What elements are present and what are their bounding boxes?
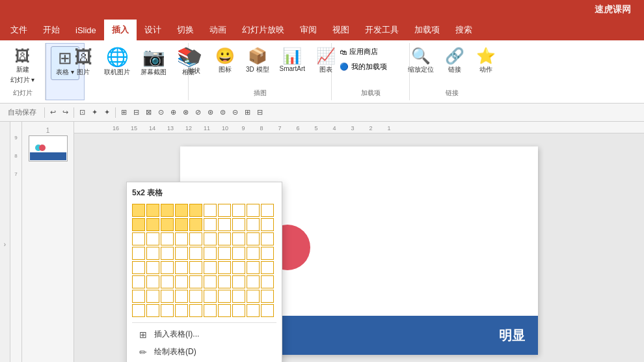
- table-cell-7-8[interactable]: [247, 304, 260, 317]
- table-cell-3-2[interactable]: [161, 247, 174, 260]
- table-cell-0-3[interactable]: [175, 204, 188, 217]
- table-cell-6-0[interactable]: [132, 290, 145, 303]
- online-image-button[interactable]: 🌐 联机图片: [100, 46, 134, 79]
- tab-file[interactable]: 文件: [3, 20, 35, 40]
- table-cell-4-9[interactable]: [261, 261, 274, 274]
- table-cell-1-7[interactable]: [232, 218, 245, 231]
- table-cell-5-7[interactable]: [232, 275, 245, 288]
- table-cell-0-1[interactable]: [146, 204, 159, 217]
- table-cell-6-3[interactable]: [175, 290, 188, 303]
- table-cell-7-1[interactable]: [146, 304, 159, 317]
- table-cell-0-4[interactable]: [189, 204, 202, 217]
- table-cell-6-5[interactable]: [204, 290, 217, 303]
- table-cell-4-5[interactable]: [204, 261, 217, 274]
- link-button[interactable]: 🔗 链接: [440, 46, 469, 77]
- table-cell-7-5[interactable]: [204, 304, 217, 317]
- zoom-button[interactable]: 🔍 缩放定位: [404, 46, 438, 77]
- app-store-button[interactable]: 🛍 应用商店: [337, 46, 404, 58]
- image-button[interactable]: 🖼 图片: [69, 46, 98, 79]
- table-cell-6-9[interactable]: [261, 290, 274, 303]
- table-cell-4-0[interactable]: [132, 261, 145, 274]
- table-cell-2-4[interactable]: [189, 232, 202, 245]
- tab-insert[interactable]: 插入: [104, 20, 137, 40]
- table-cell-7-7[interactable]: [232, 304, 245, 317]
- tab-slideshow[interactable]: 幻灯片放映: [234, 20, 292, 40]
- table-cell-6-7[interactable]: [232, 290, 245, 303]
- table-cell-0-6[interactable]: [218, 204, 231, 217]
- table-cell-0-0[interactable]: [132, 204, 145, 217]
- table-cell-5-3[interactable]: [175, 275, 188, 288]
- table-cell-2-0[interactable]: [132, 232, 145, 245]
- qt-btn15[interactable]: ⊟: [254, 107, 265, 118]
- table-cell-1-3[interactable]: [175, 218, 188, 231]
- table-cell-3-9[interactable]: [261, 247, 274, 260]
- qt-btn8[interactable]: ⊕: [168, 107, 179, 118]
- my-addins-button[interactable]: 🔵 我的加载项: [337, 61, 404, 73]
- table-cell-5-8[interactable]: [247, 275, 260, 288]
- table-cell-7-9[interactable]: [261, 304, 274, 317]
- 3d-model-button[interactable]: 📦 3D 模型: [242, 46, 273, 77]
- draw-table-menu-item[interactable]: ✏ 绘制表格(D): [132, 343, 276, 361]
- new-slide-button[interactable]: 🖼 新建 幻灯片 ▾: [7, 46, 39, 87]
- table-cell-7-3[interactable]: [175, 304, 188, 317]
- qt-btn11[interactable]: ⊛: [205, 107, 216, 118]
- table-cell-2-6[interactable]: [218, 232, 231, 245]
- table-cell-3-8[interactable]: [247, 247, 260, 260]
- tab-transition[interactable]: 切换: [169, 20, 202, 40]
- table-cell-4-1[interactable]: [146, 261, 159, 274]
- undo-button[interactable]: ↩: [47, 107, 59, 118]
- table-cell-4-8[interactable]: [247, 261, 260, 274]
- table-cell-2-8[interactable]: [247, 232, 260, 245]
- table-cell-7-4[interactable]: [189, 304, 202, 317]
- table-cell-6-4[interactable]: [189, 290, 202, 303]
- table-cell-0-7[interactable]: [232, 204, 245, 217]
- table-cell-3-3[interactable]: [175, 247, 188, 260]
- qt-btn4[interactable]: ⊞: [118, 107, 129, 118]
- insert-table-menu-item[interactable]: ⊞ 插入表格(I)...: [132, 326, 276, 343]
- tab-design[interactable]: 设计: [137, 20, 169, 40]
- tab-addins[interactable]: 加载项: [407, 20, 448, 40]
- table-cell-0-9[interactable]: [261, 204, 274, 217]
- tab-devtools[interactable]: 开发工具: [357, 20, 407, 40]
- table-cell-4-3[interactable]: [175, 261, 188, 274]
- qt-btn3[interactable]: ✦: [101, 107, 113, 118]
- qt-btn12[interactable]: ⊜: [217, 107, 228, 118]
- table-cell-7-2[interactable]: [161, 304, 174, 317]
- table-cell-7-0[interactable]: [132, 304, 145, 317]
- qt-btn2[interactable]: ✦: [89, 107, 100, 118]
- table-cell-4-2[interactable]: [161, 261, 174, 274]
- screenshot-button[interactable]: 📷 屏幕截图: [137, 46, 170, 79]
- table-cell-1-0[interactable]: [132, 218, 145, 231]
- smartart-button[interactable]: 📊 SmartArt: [276, 46, 309, 75]
- table-cell-4-6[interactable]: [218, 261, 231, 274]
- qt-btn13[interactable]: ⊝: [230, 107, 241, 118]
- table-cell-1-8[interactable]: [247, 218, 260, 231]
- table-cell-3-4[interactable]: [189, 247, 202, 260]
- table-cell-5-4[interactable]: [189, 275, 202, 288]
- sidebar-collapse-arrow[interactable]: ›: [0, 122, 10, 362]
- table-cell-2-9[interactable]: [261, 232, 274, 245]
- table-cell-1-1[interactable]: [146, 218, 159, 231]
- table-cell-3-6[interactable]: [218, 247, 231, 260]
- table-cell-3-7[interactable]: [232, 247, 245, 260]
- tab-search[interactable]: 搜索: [448, 20, 480, 40]
- redo-button[interactable]: ↪: [60, 107, 71, 118]
- qt-btn6[interactable]: ⊠: [143, 107, 154, 118]
- table-cell-3-1[interactable]: [146, 247, 159, 260]
- table-cell-6-1[interactable]: [146, 290, 159, 303]
- action-button[interactable]: ⭐ 动作: [472, 46, 500, 77]
- table-cell-2-3[interactable]: [175, 232, 188, 245]
- table-cell-0-2[interactable]: [161, 204, 174, 217]
- table-cell-5-0[interactable]: [132, 275, 145, 288]
- table-cell-4-4[interactable]: [189, 261, 202, 274]
- table-cell-7-6[interactable]: [218, 304, 231, 317]
- table-cell-5-9[interactable]: [261, 275, 274, 288]
- table-cell-3-5[interactable]: [204, 247, 217, 260]
- table-cell-5-6[interactable]: [218, 275, 231, 288]
- qt-btn10[interactable]: ⊘: [193, 107, 204, 118]
- qt-btn7[interactable]: ⊙: [155, 107, 167, 118]
- table-cell-2-5[interactable]: [204, 232, 217, 245]
- tab-islide[interactable]: iSlide: [68, 20, 104, 40]
- slide-thumb-1[interactable]: [29, 135, 68, 161]
- table-cell-0-8[interactable]: [247, 204, 260, 217]
